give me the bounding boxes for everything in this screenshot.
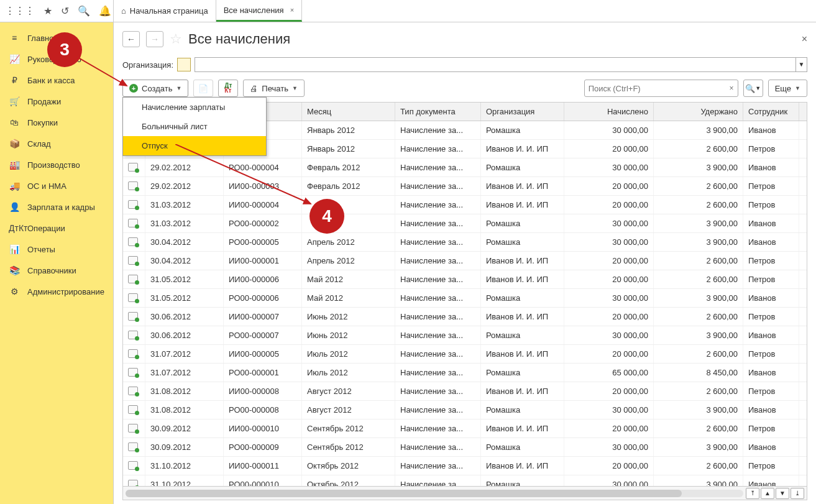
sidebar-item[interactable]: ₽Банк и касса [0,70,113,91]
organization-select[interactable]: ▼ [195,57,807,72]
apps-icon[interactable]: ⋮⋮⋮ [5,5,35,17]
more-button[interactable]: Еще ▼ [768,80,807,97]
table-row[interactable]: 31.08.2012ИИ00-000008Август 2012Начислен… [123,382,807,401]
sidebar-item[interactable]: 🛍Покупки [0,112,113,133]
menu-item[interactable]: Отпуск [123,136,266,155]
table-cell: Ромашка [481,121,564,139]
horizontal-scrollbar[interactable] [126,490,743,497]
search-icon[interactable]: 🔍 [78,5,90,17]
close-icon[interactable]: × [290,6,294,14]
table-cell: Май 2012 [302,270,395,288]
sidebar-item[interactable]: 🏭Производство [0,154,113,175]
table-cell [123,196,145,214]
chevron-down-icon: ▼ [795,85,800,91]
table-cell: 2 600,00 [654,270,743,288]
table-row[interactable]: 30.04.2012ИИ00-000001Апрель 2012Начислен… [123,252,807,270]
table-cell: Июнь 2012 [302,326,395,344]
table-row[interactable]: 30.04.2012РО00-000005Апрель 2012Начислен… [123,233,807,252]
table-cell: Иванов [743,289,799,307]
table-cell: 2 600,00 [654,457,743,475]
table-cell: 3 900,00 [654,438,743,456]
scroll-up-button[interactable]: ▲ [761,488,774,499]
table-cell: Иванов [743,121,799,139]
star-icon[interactable]: ★ [44,5,52,17]
table-row[interactable]: 31.07.2012РО00-000001Июль 2012Начисление… [123,364,807,382]
sidebar-item[interactable]: 📚Справочники [0,260,113,281]
table-row[interactable]: 29.02.2012ИИ00-000003Февраль 2012Начисле… [123,177,807,196]
table-row[interactable]: 31.03.2012РО00-000002Начисление за...Ром… [123,214,807,233]
organization-label: Организация: [122,60,173,70]
menu-item[interactable]: Начисление зарплаты [123,98,266,117]
table-row[interactable]: 30.09.2012ИИ00-000010Сентябрь 2012Начисл… [123,419,807,438]
sidebar-item[interactable]: 🚚ОС и НМА [0,175,113,196]
more-label: Еще [775,84,791,93]
chevron-down-icon[interactable]: ▼ [795,58,807,71]
tab[interactable]: Все начисления× [216,0,302,22]
table-row[interactable]: 31.05.2012РО00-000006Май 2012Начисление … [123,289,807,308]
table-row[interactable]: 31.05.2012ИИ00-000006Май 2012Начисление … [123,270,807,289]
table-cell: Иванов [743,158,799,176]
bell-icon[interactable]: 🔔 [99,5,111,17]
close-icon[interactable]: × [802,34,807,45]
sidebar-item[interactable]: 📦Склад [0,133,113,154]
table-cell: 20 000,00 [564,270,654,288]
table-cell: 65 000,00 [564,364,654,382]
column-header[interactable]: Месяц [302,103,395,121]
page-title: Все начисления [188,31,290,47]
back-button[interactable]: ← [122,31,140,47]
table-cell: Петров [743,252,799,270]
table-row[interactable]: 31.07.2012ИИ00-000005Июль 2012Начисление… [123,345,807,364]
table-cell: 20 000,00 [564,252,654,270]
sidebar-item[interactable]: ДтКтОперации [0,218,113,239]
column-header[interactable]: Организация [481,103,564,121]
column-header[interactable]: Сотрудник [743,103,799,121]
table-cell: 20 000,00 [564,382,654,400]
sidebar-item[interactable]: 🛒Продажи [0,91,113,112]
table-row[interactable]: 30.06.2012ИИ00-000007Июнь 2012Начисление… [123,308,807,326]
table-cell: 29.02.2012 [145,158,224,176]
sidebar-item[interactable]: 📊Отчеты [0,239,113,260]
scroll-top-button[interactable]: ⤒ [746,488,759,499]
clear-icon[interactable]: × [730,84,734,93]
table-row[interactable]: 31.03.2012ИИ00-000004Начисление за...Ива… [123,196,807,214]
table-cell: 30 000,00 [564,401,654,419]
copy-button[interactable]: 📄 [193,80,213,97]
forward-button[interactable]: → [146,31,163,47]
table-cell: Июнь 2012 [302,308,395,326]
table-row[interactable]: 31.10.2012РО00-000010Октябрь 2012Начисле… [123,475,807,486]
table-row[interactable]: 30.09.2012РО00-000009Сентябрь 2012Начисл… [123,438,807,457]
document-icon [128,275,138,283]
document-icon [128,219,138,227]
favorite-icon[interactable]: ☆ [170,31,182,47]
search-field[interactable] [589,84,730,93]
print-button[interactable]: 🖨 Печать ▼ [243,80,305,97]
document-icon [128,405,138,414]
table-row[interactable]: 30.06.2012РО00-000007Июнь 2012Начисление… [123,326,807,345]
search-button[interactable]: 🔍 ▼ [743,80,763,97]
sidebar-label: Покупки [27,118,58,127]
topbar-icon-group: ⋮⋮⋮ ★ ↺ 🔍 🔔 [0,0,114,22]
sidebar-label: Администрирование [27,287,104,296]
table-row[interactable]: 31.08.2012РО00-000008Август 2012Начислен… [123,401,807,419]
column-header[interactable]: Удержано [654,103,743,121]
column-header[interactable]: Тип документа [395,103,481,121]
table-row[interactable]: 29.02.2012РО00-000004Февраль 2012Начисле… [123,158,807,177]
sidebar-label: Склад [27,139,51,149]
organization-checkbox[interactable] [177,58,191,71]
tab[interactable]: ⌂Начальная страница [114,0,216,22]
search-input[interactable]: × [584,80,738,97]
table-cell: 30 000,00 [564,121,654,139]
table-row[interactable]: 31.10.2012ИИ00-000011Октябрь 2012Начисле… [123,457,807,475]
scroll-bottom-button[interactable]: ⤓ [791,488,804,499]
column-header[interactable]: Начислено [564,103,654,121]
create-button[interactable]: + Создать ▼ [122,80,188,97]
scroll-down-button[interactable]: ▼ [776,488,789,499]
sidebar-item[interactable]: ⚙Администрирование [0,281,113,302]
history-icon[interactable]: ↺ [61,5,69,17]
menu-item[interactable]: Больничный лист [123,117,266,136]
sidebar-item[interactable]: 👤Зарплата и кадры [0,196,113,218]
sidebar-icon: ⚙ [9,286,20,296]
table-cell: 31.03.2012 [145,214,224,232]
dtkt-button[interactable]: ДтКт [218,80,238,97]
table-cell [123,419,145,438]
